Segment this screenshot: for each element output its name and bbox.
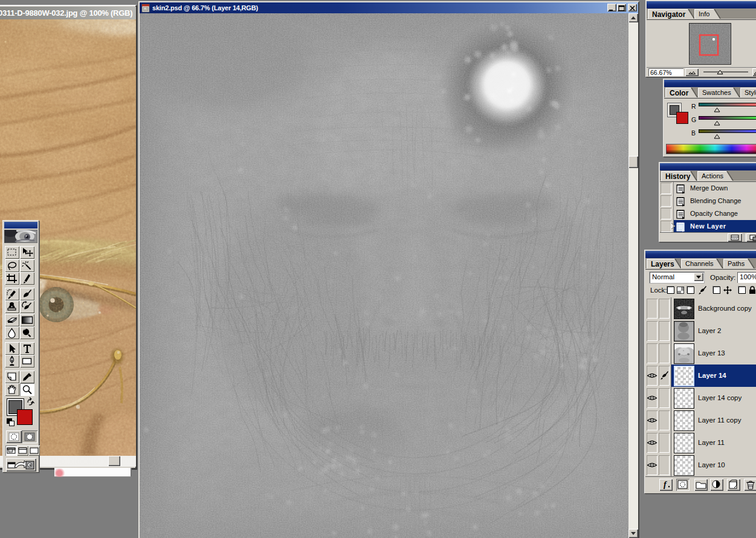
svg-text:f: f	[664, 480, 667, 489]
